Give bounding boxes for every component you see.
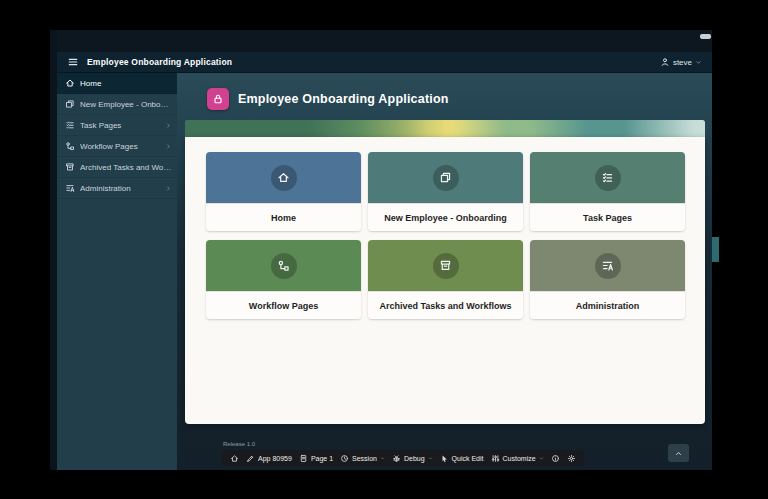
nav-card-administration[interactable]: Administration: [530, 240, 685, 319]
sidebar-item-task-pages[interactable]: Task Pages: [57, 115, 177, 136]
gear-icon[interactable]: [567, 454, 576, 463]
pages-icon: [65, 99, 75, 109]
card-hero: [530, 152, 685, 203]
toolbar-session[interactable]: Session: [340, 454, 385, 463]
card-icon-circle: [433, 165, 459, 191]
chevron-down-icon: [695, 59, 702, 66]
card-label: Home: [206, 203, 361, 231]
archive-icon: [65, 162, 75, 172]
workflow-icon: [277, 259, 290, 272]
toolbar-customize[interactable]: Customize: [491, 454, 544, 463]
card-icon-circle: [433, 253, 459, 279]
edge-accent: [712, 237, 719, 262]
toolbar-page[interactable]: Page 1: [299, 454, 333, 463]
developer-toolbar: App 80959 Page 1 Session Debug Quick Edi…: [222, 450, 584, 466]
card-hero: [368, 240, 523, 291]
toolbar-debug[interactable]: Debug: [392, 454, 433, 463]
card-icon-circle: [271, 165, 297, 191]
person-icon: [660, 57, 670, 67]
cursor-icon: [440, 454, 449, 463]
toolbar-app[interactable]: App 80959: [246, 454, 292, 463]
banner-blur: [185, 120, 705, 137]
sidebar-item-new-employee[interactable]: New Employee - Onboarding: [57, 94, 177, 115]
card-hero: [206, 152, 361, 203]
toolbar-app-label: App 80959: [258, 455, 292, 462]
toolbar-customize-label: Customize: [503, 455, 536, 462]
sidebar-item-home[interactable]: Home: [57, 73, 177, 94]
home-icon[interactable]: [230, 454, 239, 463]
app-window: Employee Onboarding Application steve Ho…: [50, 30, 712, 470]
nav-card-task-pages[interactable]: Task Pages: [530, 152, 685, 231]
user-menu[interactable]: steve: [660, 57, 702, 67]
nav-card-archived[interactable]: Archived Tasks and Workflows: [368, 240, 523, 319]
chevron-down-icon: [380, 456, 385, 461]
username: steve: [673, 58, 692, 67]
home-icon: [65, 78, 75, 88]
home-icon: [277, 171, 290, 184]
sidebar-item-administration[interactable]: Administration: [57, 178, 177, 199]
card-icon-circle: [595, 253, 621, 279]
sidebar-item-label: Administration: [80, 184, 160, 193]
sidebar-item-workflow-pages[interactable]: Workflow Pages: [57, 136, 177, 157]
pencil-icon: [246, 454, 255, 463]
chevron-right-icon: [165, 143, 172, 150]
debug-icon: [392, 454, 401, 463]
menu-icon[interactable]: [67, 56, 79, 68]
chevron-down-icon: [539, 456, 544, 461]
toolbar-quick-edit[interactable]: Quick Edit: [440, 454, 484, 463]
archive-icon: [439, 259, 452, 272]
card-icon-circle: [271, 253, 297, 279]
sidebar-item-archived[interactable]: Archived Tasks and Workflows: [57, 157, 177, 178]
window-edge: [50, 30, 57, 470]
sidebar-nav: Home New Employee - Onboarding Task Page…: [57, 73, 177, 470]
admin-icon: [65, 183, 75, 193]
pages-icon: [439, 171, 452, 184]
admin-icon: [601, 259, 614, 272]
chevron-down-icon: [428, 456, 433, 461]
card-hero: [368, 152, 523, 203]
page-title: Employee Onboarding Application: [238, 92, 449, 106]
app-title: Employee Onboarding Application: [87, 57, 232, 67]
lock-icon: [212, 93, 224, 105]
toolbar-session-label: Session: [352, 455, 377, 462]
main-region: Employee Onboarding Application Home: [177, 73, 712, 470]
workflow-icon: [65, 141, 75, 151]
scroll-top-button[interactable]: [668, 444, 689, 462]
sliders-icon: [491, 454, 500, 463]
hero-banner-image: [185, 120, 705, 137]
scrollbar-thumb[interactable]: [700, 34, 711, 39]
card-label: Workflow Pages: [206, 291, 361, 319]
app-header: Employee Onboarding Application steve: [57, 52, 712, 73]
card-icon-circle: [595, 165, 621, 191]
app-logo-badge: [207, 88, 229, 110]
sidebar-item-label: Workflow Pages: [80, 142, 160, 151]
nav-card-home[interactable]: Home: [206, 152, 361, 231]
toolbar-quick-edit-label: Quick Edit: [452, 455, 484, 462]
toolbar-debug-label: Debug: [404, 455, 425, 462]
sidebar-item-label: New Employee - Onboarding: [80, 100, 172, 109]
toolbar-page-label: Page 1: [311, 455, 333, 462]
card-label: Administration: [530, 291, 685, 319]
page-hero: Employee Onboarding Application: [207, 88, 449, 110]
card-hero: [530, 240, 685, 291]
card-label: Task Pages: [530, 203, 685, 231]
info-icon[interactable]: [551, 454, 560, 463]
session-icon: [340, 454, 349, 463]
page-icon: [299, 454, 308, 463]
card-label: Archived Tasks and Workflows: [368, 291, 523, 319]
chevron-right-icon: [165, 122, 172, 129]
tasks-icon: [65, 120, 75, 130]
nav-card-grid: Home New Employee - Onboarding: [206, 152, 685, 319]
nav-card-workflow-pages[interactable]: Workflow Pages: [206, 240, 361, 319]
release-label: Release 1.0: [223, 441, 255, 447]
card-label: New Employee - Onboarding: [368, 203, 523, 231]
card-hero: [206, 240, 361, 291]
content-card: Home New Employee - Onboarding: [185, 137, 705, 424]
tasks-icon: [601, 171, 614, 184]
chevron-right-icon: [165, 185, 172, 192]
sidebar-item-label: Home: [80, 79, 172, 88]
sidebar-item-label: Task Pages: [80, 121, 160, 130]
nav-card-new-employee[interactable]: New Employee - Onboarding: [368, 152, 523, 231]
chevron-up-icon: [674, 449, 683, 458]
sidebar-item-label: Archived Tasks and Workflows: [80, 163, 172, 172]
